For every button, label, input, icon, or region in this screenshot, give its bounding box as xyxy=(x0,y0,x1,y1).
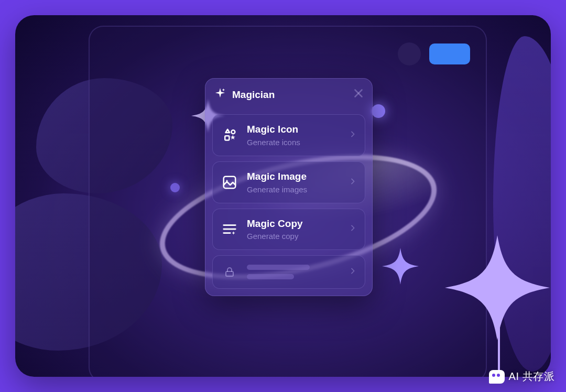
wand-decoration xyxy=(496,324,502,377)
chevron-right-icon xyxy=(349,177,357,188)
chevron-right-icon xyxy=(349,267,357,277)
text-sparkle-icon xyxy=(221,221,238,237)
wechat-icon xyxy=(489,370,505,384)
svg-rect-9 xyxy=(226,271,233,276)
decorative-dot xyxy=(170,183,180,192)
background-blob xyxy=(493,36,551,372)
lock-icon xyxy=(221,266,238,278)
svg-point-3 xyxy=(231,130,235,134)
menu-item-locked[interactable] xyxy=(212,255,365,289)
placeholder-bar xyxy=(247,265,310,270)
menu-item-subtitle: Generate icons xyxy=(247,138,340,147)
watermark: AI 共存派 xyxy=(489,369,554,384)
menu-item-magic-image[interactable]: Magic Image Generate images xyxy=(212,161,365,203)
chevron-right-icon xyxy=(349,224,357,234)
watermark-label: AI 共存派 xyxy=(509,369,554,384)
svg-rect-0 xyxy=(498,324,500,377)
menu-item-magic-copy[interactable]: Magic Copy Generate copy xyxy=(212,209,365,251)
menu-item-magic-icon[interactable]: Magic Icon Generate icons xyxy=(212,114,365,156)
promo-card: Magician Magic Icon Generate icons xyxy=(15,15,551,377)
shapes-icon xyxy=(221,127,238,143)
placeholder-bar xyxy=(247,274,294,279)
chevron-right-icon xyxy=(349,130,357,140)
svg-rect-4 xyxy=(225,136,229,140)
menu-item-subtitle: Generate copy xyxy=(247,232,340,241)
window-decoration-circle xyxy=(398,42,421,66)
image-sparkle-icon xyxy=(221,175,238,190)
window-decoration-pill xyxy=(429,43,470,64)
menu-item-title: Magic Image xyxy=(247,171,340,183)
panel-title: Magician xyxy=(232,89,275,101)
menu-item-title: Magic Copy xyxy=(247,218,340,230)
decorative-dot xyxy=(372,104,385,118)
close-button[interactable] xyxy=(352,86,365,100)
menu-item-subtitle: Generate images xyxy=(247,185,340,194)
panel-header: Magician xyxy=(205,78,373,109)
sparkle-icon xyxy=(214,88,226,102)
magician-panel: Magician Magic Icon Generate icons xyxy=(205,78,373,296)
menu-item-title: Magic Icon xyxy=(247,124,340,136)
